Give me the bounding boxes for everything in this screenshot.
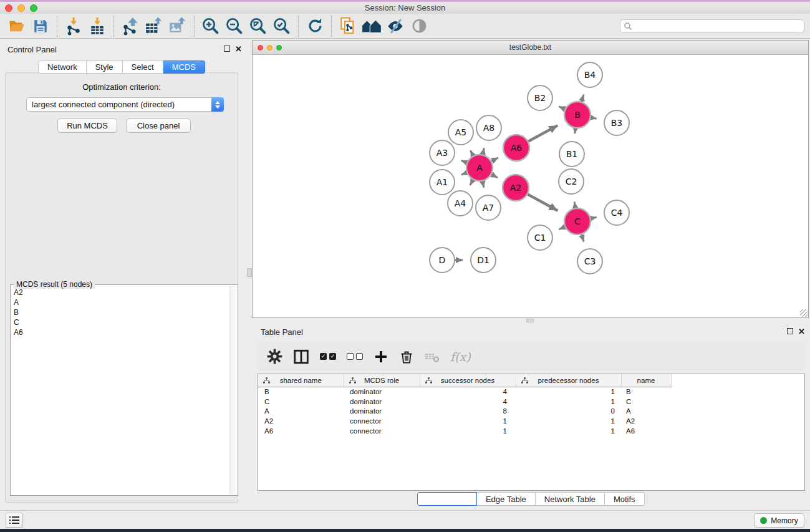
graph-node-D1[interactable]: D1 bbox=[471, 248, 496, 273]
save-session-icon[interactable] bbox=[29, 15, 52, 37]
home-network-icon[interactable] bbox=[360, 15, 383, 37]
tab-network[interactable]: Network bbox=[38, 60, 87, 74]
table-cell: C bbox=[621, 397, 671, 407]
column-header-predecessor-nodes[interactable]: predecessor nodes bbox=[516, 374, 621, 387]
graph-node-A8[interactable]: A8 bbox=[476, 115, 501, 140]
graph-node-A7[interactable]: A7 bbox=[476, 195, 501, 220]
criterion-dropdown[interactable]: largest connected component (directed) bbox=[26, 97, 224, 112]
tab-label: Node Table bbox=[427, 495, 468, 504]
split-columns-icon[interactable] bbox=[293, 347, 309, 366]
memory-button[interactable]: Memory bbox=[754, 513, 804, 528]
graph-node-D[interactable]: D bbox=[430, 248, 455, 273]
import-table-icon[interactable] bbox=[85, 15, 109, 37]
show-panels-button[interactable] bbox=[6, 513, 23, 528]
graph-node-B2[interactable]: B2 bbox=[528, 85, 552, 110]
split-handle-horizontal[interactable] bbox=[526, 319, 534, 322]
result-scrollbar[interactable] bbox=[229, 286, 237, 495]
column-header-name[interactable]: name bbox=[621, 374, 671, 387]
graph-node-B[interactable]: B bbox=[564, 102, 591, 128]
graph-node-A[interactable]: A bbox=[466, 155, 493, 181]
column-header-mcds-role[interactable]: MCDS role bbox=[344, 374, 420, 387]
graph-edge-A6-B[interactable] bbox=[526, 125, 558, 142]
mcds-result-item[interactable]: A bbox=[11, 297, 229, 307]
table-row[interactable]: A2connector11A2 bbox=[258, 416, 804, 426]
export-table-icon[interactable] bbox=[142, 15, 166, 37]
graph-node-C2[interactable]: C2 bbox=[559, 169, 584, 194]
tab-select[interactable]: Select bbox=[123, 60, 163, 74]
graph-node-A4[interactable]: A4 bbox=[448, 191, 473, 216]
graph-node-C4[interactable]: C4 bbox=[604, 200, 629, 225]
graph-node-B3[interactable]: B3 bbox=[604, 110, 629, 135]
settings-gear-icon[interactable] bbox=[267, 347, 282, 366]
table-row[interactable]: Adominator80A bbox=[258, 406, 804, 416]
graph-node-C3[interactable]: C3 bbox=[577, 249, 602, 274]
window-resize-grip[interactable] bbox=[800, 309, 808, 317]
graph-edge-A2-C[interactable] bbox=[526, 193, 558, 211]
search-icon bbox=[624, 22, 632, 31]
graph-node-C[interactable]: C bbox=[564, 208, 591, 235]
graph-node-C1[interactable]: C1 bbox=[528, 225, 552, 250]
checkbox-unchecked-icon bbox=[347, 353, 354, 360]
table-cell: A2 bbox=[258, 416, 344, 426]
deselect-all-icon[interactable] bbox=[347, 347, 363, 366]
mcds-result-item[interactable]: C bbox=[11, 317, 229, 327]
criterion-dropdown-value: largest connected component (directed) bbox=[27, 100, 211, 109]
zoom-in-icon[interactable] bbox=[199, 15, 223, 37]
delete-table-icon[interactable] bbox=[425, 347, 440, 366]
tab-mcds[interactable]: MCDS bbox=[163, 60, 205, 74]
split-handle-vertical[interactable] bbox=[247, 268, 252, 277]
mcds-result-item[interactable]: A2 bbox=[11, 288, 229, 297]
table-cell: 4 bbox=[420, 397, 516, 407]
zoom-out-icon[interactable] bbox=[223, 15, 246, 37]
float-table-panel-icon[interactable] bbox=[787, 328, 793, 334]
zoom-selected-icon[interactable] bbox=[270, 15, 294, 37]
network-canvas[interactable]: B4B2BB3A8A5A6A3B1AA1C2A2A4A7C4CC1C3DD1 bbox=[253, 55, 808, 317]
table-cell: dominator bbox=[344, 406, 420, 416]
table-row[interactable]: A6connector11A6 bbox=[258, 426, 804, 436]
node-table[interactable]: shared nameMCDS rolesuccessor nodesprede… bbox=[258, 374, 805, 491]
table-panel-title: Table Panel bbox=[261, 327, 303, 337]
network-graph[interactable]: B4B2BB3A8A5A6A3B1AA1C2A2A4A7C4CC1C3DD1 bbox=[253, 55, 808, 317]
export-network-icon[interactable] bbox=[118, 15, 142, 37]
tab-edge-table[interactable]: Edge Table bbox=[477, 492, 536, 506]
graph-node-A3[interactable]: A3 bbox=[430, 140, 455, 165]
hide-selected-icon[interactable] bbox=[383, 15, 407, 37]
show-all-icon[interactable] bbox=[407, 15, 431, 37]
tab-style[interactable]: Style bbox=[87, 60, 123, 74]
open-session-icon[interactable] bbox=[5, 15, 29, 37]
add-column-icon[interactable] bbox=[374, 347, 388, 366]
column-header-successor-nodes[interactable]: successor nodes bbox=[420, 374, 516, 387]
search-input[interactable] bbox=[632, 21, 804, 32]
app-titlebar[interactable]: Session: New Session bbox=[0, 2, 810, 14]
network-window-titlebar[interactable]: testGlobe.txt bbox=[253, 41, 808, 55]
float-panel-icon[interactable] bbox=[224, 46, 230, 52]
graph-node-A6[interactable]: A6 bbox=[503, 135, 529, 161]
graph-node-A5[interactable]: A5 bbox=[448, 120, 473, 145]
table-row[interactable]: Cdominator41C bbox=[258, 397, 804, 407]
refresh-icon[interactable] bbox=[303, 15, 327, 37]
copy-network-icon[interactable] bbox=[336, 15, 360, 37]
tab-motifs[interactable]: Motifs bbox=[605, 492, 645, 506]
run-mcds-button[interactable]: Run MCDS bbox=[57, 118, 117, 133]
tab-network-table[interactable]: Network Table bbox=[536, 492, 605, 506]
graph-node-A2[interactable]: A2 bbox=[503, 175, 529, 201]
function-builder-icon[interactable]: f(x) bbox=[450, 347, 471, 366]
table-cell: dominator bbox=[344, 387, 420, 397]
search-field[interactable] bbox=[620, 19, 804, 33]
mcds-result-item[interactable]: B bbox=[11, 307, 229, 317]
table-row[interactable]: Bdominator41B bbox=[258, 387, 804, 397]
graph-node-A1[interactable]: A1 bbox=[430, 170, 455, 195]
close-panel-icon[interactable]: ✕ bbox=[235, 45, 242, 53]
close-panel-button[interactable]: Close panel bbox=[126, 118, 191, 133]
delete-icon[interactable] bbox=[399, 347, 414, 366]
mcds-result-item[interactable]: A6 bbox=[11, 327, 229, 337]
column-header-shared-name[interactable]: shared name bbox=[258, 374, 344, 387]
export-image-icon[interactable] bbox=[166, 15, 190, 37]
graph-node-B4[interactable]: B4 bbox=[577, 62, 602, 87]
close-table-panel-icon[interactable]: ✕ bbox=[798, 327, 805, 336]
tab-node-table[interactable]: Node Table bbox=[417, 492, 477, 506]
select-all-icon[interactable]: ✓ ✓ bbox=[320, 347, 336, 366]
graph-node-B1[interactable]: B1 bbox=[559, 142, 584, 167]
import-network-icon[interactable] bbox=[62, 15, 85, 37]
zoom-fit-icon[interactable] bbox=[246, 15, 270, 37]
